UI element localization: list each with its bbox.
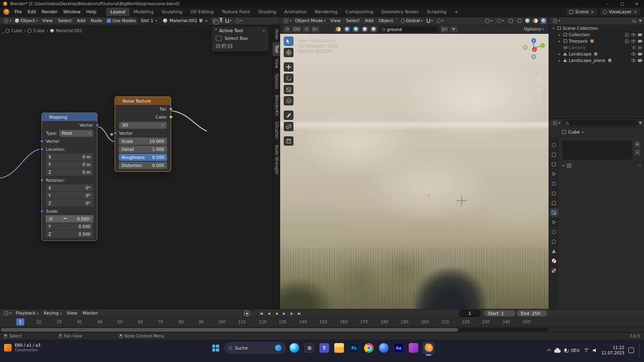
pan-button[interactable] bbox=[535, 75, 543, 82]
location-input-socket[interactable] bbox=[40, 148, 44, 151]
distortion-input-socket[interactable] bbox=[110, 132, 114, 136]
taskbar-widget[interactable]: E60 / a1 / a3 Construction bbox=[4, 343, 40, 352]
microphone-icon[interactable] bbox=[565, 348, 567, 352]
workspace-tab-uv-editing[interactable]: UV Editing bbox=[186, 8, 217, 16]
show-gizmo-dropdown[interactable]: ▾ bbox=[484, 19, 494, 23]
rotation-input-socket[interactable] bbox=[40, 179, 44, 182]
expand-icon[interactable]: ▸ bbox=[557, 39, 561, 43]
scale-x-field[interactable]: ‹X↔0.500› bbox=[45, 215, 93, 222]
asset-append-mode-button[interactable] bbox=[292, 26, 301, 33]
tool-mode-extend-icon[interactable] bbox=[222, 44, 227, 48]
show-overlays-dropdown[interactable]: ▾ bbox=[495, 19, 506, 23]
prev-keyframe-button[interactable]: ◀ bbox=[265, 310, 272, 317]
asset-import-settings-button[interactable] bbox=[303, 26, 310, 33]
editor-type-button[interactable]: ▾ bbox=[551, 120, 562, 126]
properties-tab-constraints[interactable] bbox=[550, 237, 558, 246]
tab-node[interactable]: Node bbox=[272, 26, 280, 42]
tab-view[interactable]: View bbox=[272, 56, 280, 71]
playhead-current-frame[interactable]: 1 bbox=[17, 319, 24, 325]
workspace-tab-compositing[interactable]: Compositing bbox=[342, 8, 378, 16]
properties-tab-render[interactable] bbox=[550, 150, 558, 159]
scale-y-field[interactable]: Y0.500 bbox=[45, 223, 93, 230]
zoom-button[interactable] bbox=[535, 64, 543, 72]
shader-menu-node[interactable]: Node bbox=[88, 17, 105, 24]
mapping-type-dropdown[interactable]: Point▾ bbox=[59, 130, 93, 137]
expand-icon[interactable]: ▾ bbox=[551, 27, 555, 30]
snap-toggle[interactable]: ▾ bbox=[425, 19, 435, 23]
app-after-effects[interactable]: Ae bbox=[393, 342, 405, 354]
window-minimize-button[interactable]: – bbox=[601, 0, 615, 7]
editor-type-button[interactable]: ▾ bbox=[2, 311, 13, 316]
asset-type-materials-button[interactable] bbox=[343, 26, 351, 33]
collapse-icon[interactable]: ˅ bbox=[118, 99, 120, 103]
scene-selector[interactable]: Scene × bbox=[566, 8, 597, 15]
play-button[interactable]: ▶ bbox=[281, 310, 287, 317]
outliner-row-scene-collection[interactable]: ▾ Scene Collection bbox=[549, 25, 644, 31]
asset-type-scenes-button[interactable] bbox=[361, 26, 368, 33]
taskbar-search[interactable]: Suche bbox=[225, 342, 286, 354]
fac-output-socket[interactable] bbox=[169, 107, 173, 111]
new-material-button[interactable] bbox=[211, 19, 218, 23]
expand-icon[interactable]: ▸ bbox=[557, 52, 561, 56]
noise-texture-node[interactable]: ˅Noise Texture Fac Color 3D▾ Vector Scal… bbox=[115, 97, 171, 172]
outliner-row-camera[interactable]: Camera bbox=[549, 44, 644, 51]
outliner-row-collection[interactable]: ▸ Collection ✓ bbox=[549, 31, 644, 38]
location-z-field[interactable]: Z0 m bbox=[45, 169, 93, 176]
editor-type-button[interactable]: ▾ bbox=[2, 18, 13, 24]
scale-z-field[interactable]: Z0.500 bbox=[45, 230, 93, 238]
editor-type-button[interactable]: ▾ bbox=[551, 18, 562, 24]
scale-input-socket[interactable] bbox=[40, 210, 44, 213]
tool-cursor-button[interactable] bbox=[284, 48, 293, 57]
mapping-node[interactable]: ˅Mapping Vector Type:Point▾ Vector Locat… bbox=[41, 113, 97, 241]
shader-menu-view[interactable]: View bbox=[40, 17, 55, 24]
tab-node-wrangler[interactable]: Node Wrangler bbox=[272, 142, 280, 178]
window-maximize-button[interactable]: □ bbox=[615, 0, 630, 7]
properties-tab-particles[interactable] bbox=[550, 218, 558, 226]
asset-type-models-button[interactable] bbox=[334, 26, 342, 33]
workspace-tab-modeling[interactable]: Modeling bbox=[130, 8, 158, 16]
hide-eye-icon[interactable] bbox=[631, 59, 636, 62]
z-axis-negative-ball[interactable] bbox=[532, 55, 536, 59]
disable-render-icon[interactable] bbox=[638, 40, 642, 43]
viewport-menu-select[interactable]: Select bbox=[343, 17, 362, 24]
viewport-menu-object[interactable]: Object bbox=[376, 17, 396, 24]
menu-window[interactable]: Window bbox=[60, 8, 83, 16]
outliner-search-icon[interactable] bbox=[632, 19, 636, 23]
add-slot-button[interactable]: + bbox=[634, 141, 641, 148]
tool-measure-button[interactable] bbox=[284, 122, 293, 131]
app-loop[interactable] bbox=[378, 342, 390, 354]
material-name-field[interactable]: Material.001× bbox=[160, 17, 211, 24]
menu-file[interactable]: File bbox=[12, 8, 25, 16]
mode-dropdown[interactable]: Object Mode▾ bbox=[293, 18, 327, 24]
viewlayer-selector[interactable]: ViewLayer × bbox=[600, 8, 640, 15]
properties-tab-modifiers[interactable] bbox=[550, 208, 558, 217]
viewlayer-remove-icon[interactable]: × bbox=[634, 10, 637, 14]
asset-type-hdr-button[interactable] bbox=[352, 26, 359, 33]
window-close-button[interactable]: × bbox=[630, 0, 644, 7]
disable-render-icon[interactable] bbox=[638, 46, 642, 49]
properties-tab-object-data[interactable] bbox=[550, 247, 558, 255]
workspace-tab-layout[interactable]: Layout bbox=[106, 8, 129, 16]
expand-icon[interactable]: ▸ bbox=[557, 33, 561, 37]
app-chrome[interactable] bbox=[363, 342, 375, 354]
properties-tab-texture[interactable] bbox=[550, 266, 558, 275]
noise-distortion-field[interactable]: Distortion0.000 bbox=[119, 162, 167, 169]
tool-rotate-button[interactable] bbox=[284, 74, 293, 83]
options-dropdown[interactable]: Options▾ bbox=[522, 26, 545, 32]
overlays-dropdown[interactable]: ▾ bbox=[234, 19, 244, 23]
timeline-menu-marker[interactable]: Marker bbox=[80, 310, 100, 317]
rotation-x-field[interactable]: X0° bbox=[45, 184, 93, 191]
scene-unlink-icon[interactable]: × bbox=[590, 10, 594, 14]
viewport-menu-view[interactable]: View bbox=[328, 17, 343, 24]
app-explorer[interactable] bbox=[333, 342, 345, 354]
node-canvas[interactable]: ˅Mapping Vector Type:Point▾ Vector Locat… bbox=[0, 25, 272, 309]
hide-eye-icon[interactable] bbox=[631, 53, 636, 56]
slot-list-box[interactable] bbox=[563, 141, 632, 159]
empty-axes-object[interactable] bbox=[456, 195, 467, 206]
exclude-checkbox[interactable]: ✓ bbox=[625, 33, 629, 37]
workspace-tab-sculpting[interactable]: Sculpting bbox=[158, 8, 186, 16]
timeline-menu-keying[interactable]: Keying ▾ bbox=[41, 310, 64, 317]
jump-to-end-button[interactable]: ▶| bbox=[296, 310, 303, 317]
expand-icon[interactable]: ▸ bbox=[563, 164, 564, 167]
exclude-checkbox[interactable]: ✓ bbox=[625, 39, 629, 43]
